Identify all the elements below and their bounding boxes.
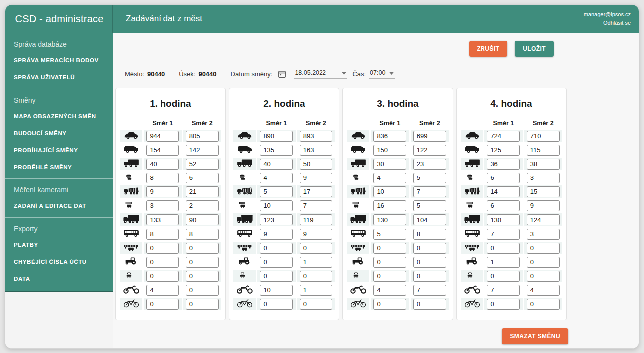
count-input-hour3-row13-dir2[interactable] (413, 299, 446, 310)
count-input-hour4-row13-dir1[interactable] (487, 299, 520, 310)
count-input-hour3-row6-dir1[interactable] (373, 200, 406, 211)
count-input-hour4-row13-dir2[interactable] (527, 299, 560, 310)
count-input-hour2-row1-dir1[interactable] (260, 131, 293, 142)
count-input-hour1-row6-dir1[interactable] (146, 200, 179, 211)
count-input-hour3-row9-dir2[interactable] (413, 243, 446, 254)
count-input-hour4-row9-dir2[interactable] (527, 243, 560, 254)
delete-shift-button[interactable]: SMAZAT SMĚNU (502, 328, 568, 344)
count-input-hour1-row8-dir1[interactable] (146, 229, 179, 240)
count-input-hour1-row3-dir2[interactable] (186, 159, 219, 170)
count-input-hour3-row11-dir2[interactable] (413, 271, 446, 282)
count-input-hour2-row9-dir2[interactable] (300, 243, 332, 254)
count-input-hour3-row4-dir2[interactable] (413, 173, 446, 183)
count-input-hour1-row10-dir1[interactable] (146, 257, 179, 268)
count-input-hour2-row7-dir2[interactable] (300, 214, 332, 225)
logout-link[interactable]: Odhlásit se (584, 19, 631, 27)
count-input-hour4-row12-dir2[interactable] (527, 285, 560, 296)
count-input-hour3-row8-dir2[interactable] (413, 229, 446, 240)
count-input-hour1-row1-dir2[interactable] (186, 131, 219, 142)
count-input-hour4-row5-dir2[interactable] (527, 186, 560, 197)
count-input-hour2-row8-dir2[interactable] (300, 229, 332, 240)
sidebar-item-probihajici-smeny[interactable]: PROBÍHAJÍCÍ SMĚNY (5, 142, 113, 159)
count-input-hour3-row9-dir1[interactable] (373, 243, 406, 254)
count-input-hour4-row11-dir1[interactable] (487, 271, 520, 282)
count-input-hour3-row8-dir1[interactable] (373, 229, 406, 240)
count-input-hour4-row12-dir1[interactable] (487, 285, 520, 296)
count-input-hour4-row8-dir2[interactable] (527, 229, 560, 240)
sidebar-item-probehle-smeny[interactable]: PROBĚHLÉ SMĚNY (5, 159, 113, 176)
count-input-hour2-row4-dir1[interactable] (260, 173, 293, 183)
count-input-hour4-row11-dir2[interactable] (527, 271, 560, 282)
count-input-hour4-row1-dir1[interactable] (487, 131, 520, 142)
count-input-hour3-row11-dir1[interactable] (373, 271, 406, 282)
count-input-hour4-row3-dir1[interactable] (487, 159, 520, 170)
count-input-hour4-row3-dir2[interactable] (527, 159, 560, 170)
count-input-hour2-row4-dir2[interactable] (300, 173, 332, 183)
count-input-hour1-row12-dir1[interactable] (146, 285, 179, 296)
count-input-hour4-row7-dir2[interactable] (527, 214, 560, 225)
count-input-hour1-row2-dir2[interactable] (186, 145, 219, 156)
count-input-hour3-row1-dir1[interactable] (373, 131, 406, 142)
count-input-hour1-row6-dir2[interactable] (186, 200, 219, 211)
count-input-hour3-row6-dir2[interactable] (413, 200, 446, 211)
count-input-hour1-row4-dir2[interactable] (186, 173, 219, 183)
count-input-hour4-row10-dir2[interactable] (527, 257, 560, 268)
count-input-hour2-row3-dir2[interactable] (300, 159, 332, 170)
count-input-hour2-row12-dir2[interactable] (300, 285, 332, 296)
count-input-hour1-row7-dir2[interactable] (186, 214, 219, 225)
count-input-hour3-row12-dir1[interactable] (373, 285, 406, 296)
count-input-hour4-row2-dir2[interactable] (527, 145, 560, 156)
count-input-hour1-row5-dir1[interactable] (146, 186, 179, 197)
count-input-hour3-row3-dir1[interactable] (373, 159, 406, 170)
count-input-hour1-row3-dir1[interactable] (146, 159, 179, 170)
count-input-hour2-row9-dir1[interactable] (260, 243, 293, 254)
sidebar-item-budouci-smeny[interactable]: BUDOUCÍ SMĚNY (5, 125, 113, 142)
count-input-hour3-row3-dir2[interactable] (413, 159, 446, 170)
count-input-hour2-row10-dir1[interactable] (260, 257, 293, 268)
count-input-hour1-row7-dir1[interactable] (146, 214, 179, 225)
count-input-hour1-row9-dir2[interactable] (186, 243, 219, 254)
count-input-hour2-row5-dir1[interactable] (260, 186, 293, 197)
count-input-hour2-row11-dir1[interactable] (260, 271, 293, 282)
count-input-hour1-row13-dir2[interactable] (186, 299, 219, 310)
count-input-hour2-row10-dir2[interactable] (300, 257, 332, 268)
sidebar-item-data[interactable]: DATA (5, 270, 113, 287)
count-input-hour4-row1-dir2[interactable] (527, 131, 560, 142)
count-input-hour3-row5-dir2[interactable] (413, 186, 446, 197)
count-input-hour1-row1-dir1[interactable] (146, 131, 179, 142)
sidebar-item-mapa-obsazenych-smen[interactable]: MAPA OBSAZENÝCH SMĚN (5, 108, 113, 125)
count-input-hour3-row7-dir1[interactable] (373, 214, 406, 225)
sidebar-item-sprava-uzivatelu[interactable]: SPRÁVA UŽIVATELŮ (5, 69, 113, 86)
count-input-hour4-row6-dir2[interactable] (527, 200, 560, 211)
date-select[interactable]: 18.05.2022 (294, 69, 347, 79)
count-input-hour3-row5-dir1[interactable] (373, 186, 406, 197)
cancel-button[interactable]: ZRUŠIT (469, 41, 508, 57)
sidebar-item-zadani-a-editace-dat[interactable]: ZADANÍ A EDITACE DAT (5, 197, 113, 214)
count-input-hour4-row4-dir1[interactable] (487, 173, 520, 183)
count-input-hour2-row2-dir2[interactable] (300, 145, 332, 156)
count-input-hour1-row9-dir1[interactable] (146, 243, 179, 254)
count-input-hour2-row13-dir2[interactable] (300, 299, 332, 310)
count-input-hour2-row8-dir1[interactable] (260, 229, 293, 240)
count-input-hour2-row11-dir2[interactable] (300, 271, 332, 282)
count-input-hour4-row2-dir1[interactable] (487, 145, 520, 156)
sidebar-item-platby[interactable]: PLATBY (5, 236, 113, 253)
sidebar-item-chybejici-cisla-uctu[interactable]: CHYBĚJÍCÍ ČÍSLA ÚČTU (5, 253, 113, 270)
count-input-hour3-row4-dir1[interactable] (373, 173, 406, 183)
count-input-hour1-row12-dir2[interactable] (186, 285, 219, 296)
save-button[interactable]: ULOŽIT (515, 41, 554, 57)
count-input-hour2-row6-dir2[interactable] (300, 200, 332, 211)
count-input-hour4-row10-dir1[interactable] (487, 257, 520, 268)
count-input-hour2-row12-dir1[interactable] (260, 285, 293, 296)
count-input-hour2-row1-dir2[interactable] (300, 131, 332, 142)
count-input-hour1-row8-dir2[interactable] (186, 229, 219, 240)
count-input-hour4-row8-dir1[interactable] (487, 229, 520, 240)
count-input-hour3-row2-dir1[interactable] (373, 145, 406, 156)
count-input-hour4-row9-dir1[interactable] (487, 243, 520, 254)
count-input-hour1-row5-dir2[interactable] (186, 186, 219, 197)
count-input-hour1-row4-dir1[interactable] (146, 173, 179, 183)
count-input-hour1-row2-dir1[interactable] (146, 145, 179, 156)
sidebar-item-sprava-meracich-bodov[interactable]: SPRÁVA MERACÍCH BODOV (5, 52, 113, 69)
calendar-icon[interactable] (277, 69, 287, 79)
count-input-hour3-row13-dir1[interactable] (373, 299, 406, 310)
